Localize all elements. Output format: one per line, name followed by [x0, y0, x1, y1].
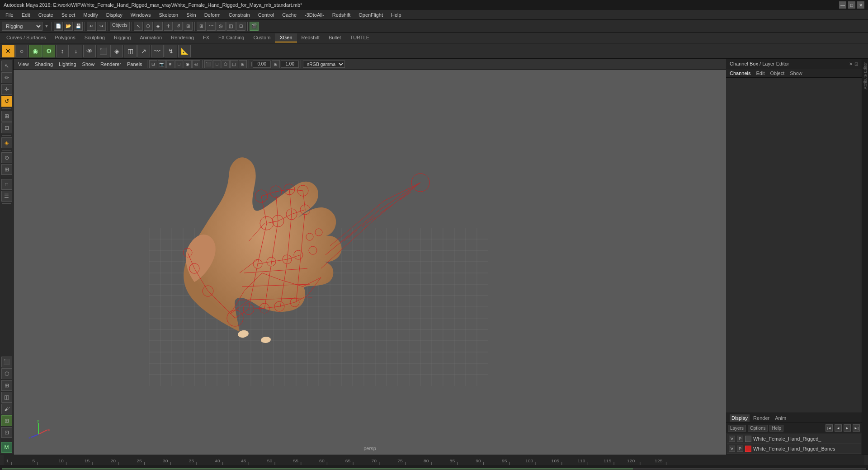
vp-menu-view[interactable]: View	[15, 61, 32, 68]
cb-tab-show[interactable]: Show	[790, 70, 802, 76]
vp-value1-input[interactable]	[253, 61, 271, 68]
vp-gamma-select[interactable]: sRGB gamma	[303, 61, 345, 68]
vp-display-mode2[interactable]: □	[213, 60, 221, 68]
menu-skeleton[interactable]: Skeleton	[155, 11, 182, 19]
layer-help-btn[interactable]: Help	[769, 425, 783, 432]
menu-create[interactable]: Create	[35, 11, 57, 19]
rotate-tool-btn[interactable]: ↺	[1, 96, 12, 107]
menu-openflight[interactable]: OpenFlight	[355, 11, 387, 19]
tab-custom[interactable]: Custom	[249, 33, 275, 42]
cb-tab-channels[interactable]: Channels	[730, 70, 750, 76]
maximize-button[interactable]: □	[848, 1, 855, 9]
viewport-canvas[interactable]: x y z persp	[14, 70, 726, 455]
menu-file[interactable]: File	[2, 11, 17, 19]
menu-redshift[interactable]: Redshift	[329, 11, 354, 19]
new-scene-button[interactable]: 📄	[54, 22, 63, 31]
tab-polygons[interactable]: Polygons	[50, 33, 80, 42]
layer-icon3[interactable]: ►	[844, 424, 851, 432]
tab-xgen[interactable]: XGen	[275, 33, 297, 42]
hypershade-btn[interactable]: ⬡	[1, 368, 12, 379]
layer-color2[interactable]	[745, 446, 751, 452]
lasso-select[interactable]: ⬡	[144, 22, 153, 31]
move-tool[interactable]: ✛	[164, 22, 173, 31]
cb-tab-object[interactable]: Object	[770, 70, 784, 76]
menu-modify[interactable]: Modify	[80, 11, 101, 19]
vp-menu-panels[interactable]: Panels	[124, 61, 145, 68]
menu-skin[interactable]: Skin	[183, 11, 199, 19]
vp-menu-show[interactable]: Show	[80, 61, 98, 68]
display-mode-btn[interactable]: □	[1, 179, 12, 190]
menu-select[interactable]: Select	[58, 11, 79, 19]
xgen-btn[interactable]: ⊞	[1, 415, 12, 426]
node-editor-btn[interactable]: ⊞	[1, 380, 12, 391]
open-button[interactable]: 📂	[64, 22, 73, 31]
tab-rendering[interactable]: Rendering	[166, 33, 198, 42]
paint-tool-btn[interactable]: ✏	[1, 72, 12, 83]
layer-p1[interactable]: P	[737, 436, 743, 442]
menu-3dtoall[interactable]: -3DtoAll-	[301, 11, 328, 19]
vp-icon-gamma[interactable]: ⊞	[272, 60, 280, 68]
vp-menu-shading[interactable]: Shading	[32, 61, 56, 68]
shelf-icon-gear[interactable]: ⚙	[42, 45, 55, 57]
vp-smooth[interactable]: ◉	[184, 60, 192, 68]
shelf-icon-eye[interactable]: ○	[15, 45, 28, 57]
vp-wireframe[interactable]: □	[175, 60, 183, 68]
tab-display[interactable]: Display	[730, 414, 750, 422]
menu-display[interactable]: Display	[103, 11, 126, 19]
shelf-icon-visible[interactable]: 👁	[83, 45, 96, 57]
menu-cache[interactable]: Cache	[278, 11, 300, 19]
menu-edit[interactable]: Edit	[18, 11, 34, 19]
cb-tab-edit[interactable]: Edit	[756, 70, 764, 76]
tab-anim[interactable]: Anim	[773, 414, 788, 422]
shelf-icon-ruler[interactable]: 📐	[178, 45, 191, 57]
vp-select-cam[interactable]: ⊡	[149, 60, 157, 68]
timeline-playbar[interactable]	[0, 465, 868, 470]
soft-select-btn[interactable]: ◈	[1, 137, 12, 148]
tab-fx-caching[interactable]: FX Caching	[214, 33, 249, 42]
layer-icon4[interactable]: ►|	[853, 424, 860, 432]
rotate-tool[interactable]: ↺	[174, 22, 183, 31]
menu-control[interactable]: Control	[255, 11, 278, 19]
tab-render[interactable]: Render	[751, 414, 771, 422]
tab-fx[interactable]: FX	[198, 33, 214, 42]
snap-live[interactable]: ⊡	[236, 22, 245, 31]
paint-effects-btn[interactable]: 🖌	[1, 404, 12, 414]
shelf-icon-square[interactable]: ⬛	[97, 45, 109, 57]
render-view-btn[interactable]: ⬛	[1, 357, 12, 367]
tab-sculpting[interactable]: Sculpting	[80, 33, 109, 42]
shelf-icon-lightning[interactable]: ↯	[165, 45, 177, 57]
shelf-icon-arrow-down[interactable]: ↓	[70, 45, 82, 57]
vp-value2-input[interactable]	[281, 61, 299, 68]
tab-rigging[interactable]: Rigging	[109, 33, 135, 42]
shelf-icon-layers[interactable]: ◫	[124, 45, 137, 57]
vp-display-mode5[interactable]: ⊞	[239, 60, 247, 68]
tab-bullet[interactable]: Bullet	[324, 33, 346, 42]
vp-menu-renderer[interactable]: Renderer	[98, 61, 124, 68]
cb-close-icon[interactable]: ✕	[849, 61, 853, 66]
vp-display-mode4[interactable]: ◫	[230, 60, 238, 68]
transform-tool-btn[interactable]: ⊡	[1, 122, 12, 133]
layer-options-btn[interactable]: Options	[748, 425, 768, 432]
snap-point[interactable]: ◎	[217, 22, 226, 31]
select-tool-btn[interactable]: ↖	[1, 61, 12, 71]
snap-points-btn[interactable]: ⊙	[1, 152, 12, 163]
cb-float-icon[interactable]: ⊡	[854, 61, 858, 66]
shelf-icon-arrow-up-down[interactable]: ↕	[56, 45, 69, 57]
redo-button[interactable]: ↪	[97, 22, 106, 31]
menu-help[interactable]: Help	[387, 11, 405, 19]
snap-grid-btn[interactable]: ⊞	[1, 164, 12, 175]
objects-button[interactable]: Objects	[110, 22, 130, 31]
layer-icon1[interactable]: |◄	[826, 424, 833, 432]
select-tool[interactable]: ↖	[134, 22, 143, 31]
layer-v1[interactable]: V	[729, 436, 735, 442]
tab-curves-surfaces[interactable]: Curves / Surfaces	[2, 33, 50, 42]
minimize-button[interactable]: —	[839, 1, 846, 9]
paint-select[interactable]: ◈	[154, 22, 163, 31]
layer-color1[interactable]	[745, 436, 751, 442]
layer-layers-btn[interactable]: Layers	[728, 425, 746, 432]
timeline-ruler[interactable]: 1 5 10 15 20 25 30 35 40	[0, 455, 868, 465]
shelf-icon-diamond[interactable]: ◈	[110, 45, 123, 57]
mode-dropdown[interactable]: Rigging	[2, 22, 42, 31]
layer-v2[interactable]: V	[729, 446, 735, 452]
layer-btn[interactable]: ☰	[1, 191, 12, 202]
